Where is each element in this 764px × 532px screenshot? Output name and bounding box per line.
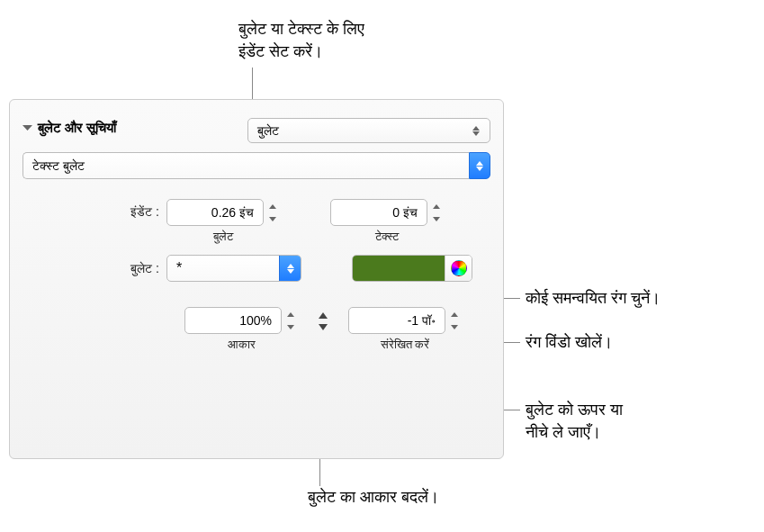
indent-text-stepper[interactable]: 0 इंच bbox=[330, 199, 444, 226]
step-up-icon[interactable] bbox=[283, 309, 298, 320]
indent-text-sublabel: टेक्स्ट bbox=[375, 230, 399, 244]
step-up-icon[interactable] bbox=[265, 201, 280, 212]
bullet-label: बुलेट : bbox=[22, 261, 166, 276]
annotation-coordinated-color: कोई समन्वयित रंग चुनें। bbox=[526, 287, 661, 310]
size-stepper[interactable]: 100% bbox=[184, 307, 298, 334]
bullet-char-value: * bbox=[176, 260, 182, 276]
bullet-type-select[interactable]: टेक्स्ट बुलेट bbox=[22, 152, 490, 179]
align-stepper[interactable]: -1 पॉ॰ bbox=[348, 307, 462, 334]
annotation-indent: बुलेट या टेक्स्ट के लिए इंडेंट सेट करें। bbox=[238, 18, 364, 63]
align-value[interactable]: -1 पॉ॰ bbox=[348, 307, 445, 334]
annotation-open-color-window: रंग विंडो खोलें। bbox=[526, 331, 613, 354]
step-down-icon[interactable] bbox=[283, 321, 298, 332]
step-down-icon[interactable] bbox=[265, 213, 280, 224]
indent-text-value[interactable]: 0 इंच bbox=[330, 199, 427, 226]
inspector-panel: बुलेट और सूचियाँ बुलेट टेक्स्ट बुलेट इंड… bbox=[9, 99, 504, 459]
chevron-updown-icon bbox=[279, 256, 301, 281]
size-value[interactable]: 100% bbox=[184, 307, 282, 334]
section-title: बुलेट और सूचियाँ bbox=[38, 120, 116, 136]
bullet-type-value: टेक्स्ट बुलेट bbox=[32, 158, 85, 174]
list-type-select[interactable]: बुलेट bbox=[247, 118, 490, 143]
indent-bullet-sublabel: बुलेट bbox=[213, 230, 233, 244]
annotation-change-size: बुलेट का आकार बदलें। bbox=[308, 486, 439, 509]
disclosure-down-icon bbox=[22, 124, 32, 131]
size-sublabel: आकार bbox=[228, 338, 256, 352]
annotation-move-bullet: बुलेट को ऊपर या नीचे ले जाएँ। bbox=[526, 399, 623, 444]
step-up-icon[interactable] bbox=[447, 309, 462, 320]
step-up-icon[interactable] bbox=[429, 201, 444, 212]
section-header-bullets[interactable]: बुलेट और सूचियाँ bbox=[22, 120, 211, 136]
step-down-icon[interactable] bbox=[447, 321, 462, 332]
chevron-updown-icon bbox=[470, 126, 482, 136]
indent-bullet-value[interactable]: 0.26 इंच bbox=[166, 199, 264, 226]
color-wheel-icon bbox=[451, 260, 467, 276]
step-down-icon[interactable] bbox=[429, 213, 444, 224]
align-sublabel: संरेखित करें bbox=[381, 338, 430, 352]
open-color-window-button[interactable] bbox=[445, 256, 472, 281]
bullet-color-well[interactable] bbox=[353, 256, 445, 281]
list-type-value: बुलेट bbox=[257, 123, 279, 139]
indent-label: इंडेंट : bbox=[22, 199, 166, 220]
align-updown-icon bbox=[316, 307, 330, 330]
indent-bullet-stepper[interactable]: 0.26 इंच bbox=[166, 199, 280, 226]
bullet-char-select[interactable]: * bbox=[166, 255, 301, 282]
chevron-updown-icon bbox=[469, 152, 490, 179]
